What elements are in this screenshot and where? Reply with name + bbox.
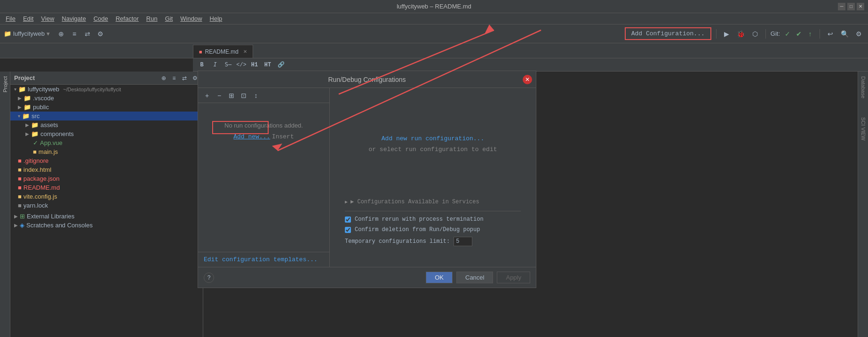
- package-json-icon: ■: [18, 175, 22, 182]
- menu-help[interactable]: Help: [206, 14, 226, 23]
- tree-external-libs[interactable]: ▶ ⊞ External Libraries: [10, 212, 203, 221]
- md-h1-btn[interactable]: H1: [249, 60, 260, 70]
- app-vue-icon: ✓: [33, 139, 38, 146]
- tree-scratches[interactable]: ▶ ◈ Scratches and Consoles: [10, 221, 203, 230]
- main-toolbar: 📁 luffycityweb ▾ ⊕ ≡ ⇄ ⚙ Add Configurati…: [0, 24, 868, 43]
- cancel-button[interactable]: Cancel: [456, 272, 493, 283]
- right-tab-sciview[interactable]: SCI VIEW: [860, 112, 867, 145]
- md-h2-btn[interactable]: HT: [263, 60, 273, 70]
- tree-gitignore[interactable]: ■ .gitignore: [10, 156, 203, 165]
- toolbar-sep: [716, 29, 717, 39]
- tree-vite-config[interactable]: ■ vite.config.js: [10, 192, 203, 201]
- left-tab-project[interactable]: Project: [1, 72, 9, 97]
- sidebar-icons: ⊕ ≡ ⇄ ⚙: [159, 74, 199, 82]
- confirm-deletion-checkbox[interactable]: [345, 227, 351, 233]
- md-code-btn[interactable]: </>: [236, 60, 247, 70]
- modal-grid-btn[interactable]: ⊡: [239, 90, 249, 101]
- menu-git[interactable]: Git: [161, 14, 177, 23]
- readme-tab-close[interactable]: ✕: [243, 49, 247, 54]
- settings-icon-btn[interactable]: ⚙: [853, 28, 864, 40]
- tree-vscode[interactable]: ▶ 📁 .vscode: [10, 94, 203, 103]
- gitignore-icon: ■: [18, 157, 22, 164]
- close-button[interactable]: ✕: [857, 3, 864, 10]
- confirm-deletion-label: Confirm deletion from Run/Debug popup: [355, 226, 480, 233]
- menu-code[interactable]: Code: [90, 14, 112, 23]
- modal-copy-btn[interactable]: ⊞: [226, 90, 237, 101]
- run-icon-btn[interactable]: ▶: [721, 28, 733, 40]
- configs-available-section[interactable]: ▶ ▶ Configurations Available in Services: [345, 198, 521, 205]
- tree-yarn-lock[interactable]: ■ yarn.lock: [10, 201, 203, 210]
- components-arrow: ▶: [25, 131, 29, 136]
- menu-window[interactable]: Window: [176, 14, 206, 23]
- menu-navigate[interactable]: Navigate: [58, 14, 89, 23]
- toolbar-icon-btn-1[interactable]: ⊕: [56, 28, 67, 40]
- menu-edit[interactable]: Edit: [19, 14, 37, 23]
- md-strike-btn[interactable]: S̶: [223, 60, 233, 70]
- modal-sort-btn[interactable]: ↕: [251, 90, 261, 101]
- sidebar-icon-btn-3[interactable]: ⇄: [180, 74, 189, 82]
- tree-assets[interactable]: ▶ 📁 assets: [10, 120, 203, 129]
- edit-templates-link[interactable]: Edit configuration templates...: [204, 256, 324, 263]
- tree-index-html[interactable]: ■ index.html: [10, 165, 203, 174]
- modal-right-add-text[interactable]: Add new run configuration...: [382, 135, 484, 142]
- tree-app-vue[interactable]: ✓ App.vue: [10, 138, 203, 147]
- sidebar-icon-btn-2[interactable]: ≡: [170, 74, 178, 82]
- modal-add-btn[interactable]: +: [202, 90, 212, 101]
- yarn-lock-label: yarn.lock: [24, 202, 48, 209]
- git-icons: ✓ ✔ ↑: [783, 29, 815, 39]
- maximize-button[interactable]: □: [847, 3, 855, 10]
- vscode-label: .vscode: [33, 95, 54, 102]
- modal-right-sub-text: or select run configuration to edit: [368, 146, 497, 153]
- window-title: luffycityweb – README.md: [397, 3, 471, 10]
- sidebar-toolbar: Project ⊕ ≡ ⇄ ⚙: [10, 72, 203, 85]
- modal-divider: [345, 211, 521, 211]
- git-push-icon[interactable]: ↑: [805, 29, 815, 39]
- debug-icon-btn[interactable]: 🐞: [735, 28, 747, 40]
- menu-view[interactable]: View: [37, 14, 58, 23]
- add-configuration-button[interactable]: Add Configuration...: [625, 27, 711, 40]
- right-tab-database[interactable]: Database: [860, 72, 867, 103]
- tree-readme[interactable]: ■ README.md: [10, 183, 203, 192]
- minimize-button[interactable]: ─: [838, 3, 845, 10]
- ok-button[interactable]: OK: [426, 272, 453, 283]
- public-arrow: ▶: [18, 104, 22, 110]
- tree-public[interactable]: ▶ 📁 public: [10, 103, 203, 112]
- md-link-btn[interactable]: 🔗: [276, 60, 286, 70]
- tree-package-json[interactable]: ■ package.json: [10, 174, 203, 183]
- search-icon-btn[interactable]: 🔍: [839, 28, 850, 40]
- md-italic-btn[interactable]: I: [210, 60, 220, 70]
- md-bold-btn[interactable]: B: [197, 60, 207, 70]
- toolbar-icon-btn-2[interactable]: ≡: [69, 28, 80, 40]
- help-button[interactable]: ?: [204, 273, 214, 283]
- toolbar-left: 📁 luffycityweb ▾ ⊕ ≡ ⇄ ⚙: [4, 28, 106, 40]
- menu-refactor[interactable]: Refactor: [112, 14, 143, 23]
- modal-close-button[interactable]: ✕: [523, 75, 532, 84]
- modal-remove-btn[interactable]: −: [214, 90, 224, 101]
- apply-button[interactable]: Apply: [497, 272, 530, 283]
- modal-left-toolbar: + − ⊞ ⊡ ↕: [198, 88, 329, 103]
- coverage-icon-btn[interactable]: ⬡: [749, 28, 761, 40]
- tree-root[interactable]: ▾ 📁 luffycityweb ~/Desktop/luffycity/luf…: [10, 85, 203, 94]
- git-checkmark-icon[interactable]: ✓: [783, 29, 792, 39]
- temp-config-input[interactable]: [454, 237, 472, 246]
- confirm-rerun-checkbox[interactable]: [345, 217, 351, 223]
- project-name: luffycityweb: [13, 30, 45, 37]
- sidebar: Project ⊕ ≡ ⇄ ⚙ ▾ 📁 luffycityweb ~/Deskt…: [10, 72, 203, 337]
- sidebar-icon-btn-1[interactable]: ⊕: [159, 74, 168, 82]
- menu-file[interactable]: File: [2, 14, 19, 23]
- toolbar-icon-btn-3[interactable]: ⇄: [82, 28, 93, 40]
- menu-run[interactable]: Run: [143, 14, 161, 23]
- root-path: ~/Desktop/luffycity/luffycit: [63, 87, 121, 92]
- tree-main-js[interactable]: ■ main.js: [10, 147, 203, 156]
- components-icon: 📁: [31, 130, 39, 137]
- undo-icon-btn[interactable]: ↩: [825, 28, 836, 40]
- readme-tab[interactable]: ■ README.md ✕: [193, 45, 253, 58]
- tree-components[interactable]: ▶ 📁 components: [10, 129, 203, 138]
- add-new-link[interactable]: Add new...: [233, 133, 270, 140]
- tree-src[interactable]: ▾ 📁 src: [10, 112, 203, 120]
- project-label: 📁 luffycityweb ▾: [4, 30, 50, 37]
- src-label: src: [32, 112, 40, 120]
- title-bar: luffycityweb – README.md ─ □ ✕: [0, 0, 868, 13]
- toolbar-icon-btn-4[interactable]: ⚙: [95, 28, 106, 40]
- git-tick-icon[interactable]: ✔: [794, 29, 804, 39]
